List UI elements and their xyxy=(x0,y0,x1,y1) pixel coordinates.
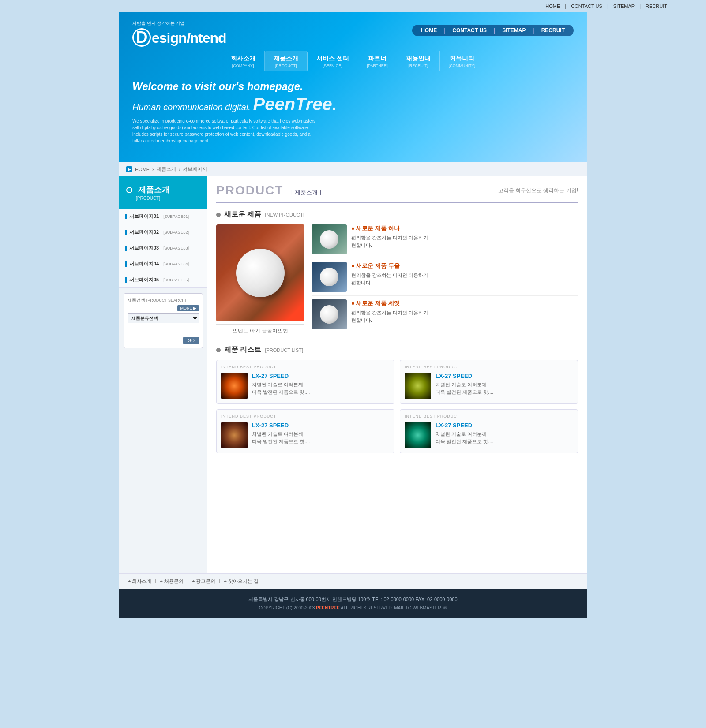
nav-partner[interactable]: 파트너 [PARTNER] xyxy=(358,51,397,71)
main-product-caption: 인텐드 아기 곰돌이인형 xyxy=(216,324,304,335)
footer-brand: PEENTREE xyxy=(316,605,340,610)
top-nav-recruit[interactable]: RECRUIT xyxy=(646,4,667,9)
product-card-3[interactable]: INTEND BEST PRODUCT LX-27 SPEED 차별된 기술로 … xyxy=(216,409,394,453)
bar-icon xyxy=(125,277,127,283)
sidebar: 제품소개 [PRODUCT] 서브페이지01 [SUBPAGE01] 서브페이지… xyxy=(119,176,207,573)
product-thumb-2 xyxy=(312,262,347,292)
card-label-3: INTEND BEST PRODUCT xyxy=(221,414,390,418)
product-page-right-text: 고객을 최우선으로 생각하는 기업! xyxy=(498,187,578,194)
product-list-grid: INTEND BEST PRODUCT LX-27 SPEED 차별된 기술로 … xyxy=(216,360,578,453)
card-thumb-1 xyxy=(221,373,248,399)
new-product-item-3: ● 새로운 제품 세엣 편리함을 강조하는 디자인 이용하기편합니다. xyxy=(312,299,578,333)
logo-d: D xyxy=(132,28,151,47)
header-nav-top: HOME | CONTACT US | SITEMAP | RECRUIT xyxy=(412,25,574,36)
card-desc-4: 차별된 기술로 여러분께더욱 발전된 제품으로 핫.... xyxy=(436,430,493,445)
sidebar-title-kr: 제품소개 xyxy=(138,185,170,194)
go-button[interactable]: GO xyxy=(183,337,199,344)
header-nav-contact[interactable]: CONTACT US xyxy=(452,27,487,34)
breadcrumb-home: HOME xyxy=(135,167,150,172)
section-dot xyxy=(216,213,221,217)
item-title-2: ● 새로운 제품 두울 xyxy=(351,262,428,270)
top-nav-contact[interactable]: CONTACT US xyxy=(571,4,602,9)
bar-icon xyxy=(125,230,127,235)
new-product-item-2: ● 새로운 제품 두울 편리함을 강조하는 디자인 이용하기편합니다. xyxy=(312,262,578,296)
nav-product[interactable]: 제품소개 [PRODUCT] xyxy=(265,51,308,71)
product-page-title: PRODUCT ㅣ제품소개ㅣ xyxy=(216,183,323,198)
site-footer: + 회사소개 ㅣ + 채용문의 ㅣ + 광고문의 ㅣ + 찾아오시는 길 서울특… xyxy=(119,573,587,618)
breadcrumb-parent: 제품소개 xyxy=(157,166,176,172)
sidebar-search: 제품검색 [PRODUCT SEARCH] MORE ▶ 제품분류선택 GO xyxy=(124,293,203,348)
item-desc-2: 편리함을 강조하는 디자인 이용하기편합니다. xyxy=(351,272,428,286)
new-products-header: 새로운 제품 [NEW PRODUCT] xyxy=(216,210,578,219)
top-nav-home[interactable]: HOME xyxy=(545,4,560,9)
header-top: 사람을 먼저 생각하는 기업 DesignIntend HOME | CONTA… xyxy=(119,12,587,47)
breadcrumb-current: 서브페이지 xyxy=(183,166,207,172)
product-card-1[interactable]: INTEND BEST PRODUCT LX-27 SPEED 차별된 기술로 … xyxy=(216,360,394,404)
header-nav-sitemap[interactable]: SITEMAP xyxy=(502,27,526,34)
card-thumb-3 xyxy=(221,422,248,448)
logo-area: 사람을 먼저 생각하는 기업 DesignIntend xyxy=(132,20,226,47)
main-nav: 회사소개 [COMPANY] 제품소개 [PRODUCT] 서비스 센터 [SE… xyxy=(119,51,587,71)
sidebar-item-subpage03[interactable]: 서브페이지03 [SUBPAGE03] xyxy=(119,240,207,256)
footer-link-recruit[interactable]: + 채용문의 xyxy=(160,578,183,585)
card-title-4: LX-27 SPEED xyxy=(436,422,493,429)
sidebar-item-subpage04[interactable]: 서브페이지04 [SUBPAGE04] xyxy=(119,256,207,272)
new-product-list: ● 새로운 제품 하나 편리함을 강조하는 디자인 이용하기편합니다. xyxy=(312,224,578,335)
nav-service[interactable]: 서비스 센터 [SERVICE] xyxy=(308,51,358,71)
nav-recruit[interactable]: 채용안내 [RECRUIT] xyxy=(397,51,440,71)
card-label-1: INTEND BEST PRODUCT xyxy=(221,365,390,369)
site-wrapper: 사람을 먼저 생각하는 기업 DesignIntend HOME | CONTA… xyxy=(119,12,587,618)
product-thumb-3 xyxy=(312,299,347,329)
hero-desc: We specialize in producing e-commerce so… xyxy=(132,118,318,144)
hero-sub: Human communication digital. PeenTree. xyxy=(132,94,574,114)
sidebar-item-subpage02[interactable]: 서브페이지02 [SUBPAGE02] xyxy=(119,224,207,240)
footer-address: 서울특별시 강남구 신사동 000-00번지 인텐드빌딩 100호 TEL: 0… xyxy=(125,595,581,604)
item-title-3: ● 새로운 제품 세엣 xyxy=(351,299,428,307)
item-desc-3: 편리함을 강조하는 디자인 이용하기편합니다. xyxy=(351,309,428,324)
content-breadcrumb: ▶ HOME › 제품소개 › 서브페이지 xyxy=(119,162,587,176)
nav-community[interactable]: 커뮤니티 [COMMUNITY] xyxy=(440,51,484,71)
card-label-4: INTEND BEST PRODUCT xyxy=(405,414,573,418)
product-card-4[interactable]: INTEND BEST PRODUCT LX-27 SPEED 차별된 기술로 … xyxy=(400,409,578,453)
category-select[interactable]: 제품분류선택 xyxy=(128,313,199,323)
section-dot-2 xyxy=(216,348,221,352)
hero-text: Welcome to visit our's homepage. Human c… xyxy=(119,71,587,144)
header-circle-icon xyxy=(126,187,132,193)
footer-link-company[interactable]: + 회사소개 xyxy=(128,578,151,585)
top-nav-bar: HOME | CONTACT US | SITEMAP | RECRUIT xyxy=(0,0,706,12)
sidebar-item-subpage01[interactable]: 서브페이지01 [SUBPAGE01] xyxy=(119,209,207,224)
main-product-image xyxy=(216,224,304,321)
footer-link-directions[interactable]: + 찾아오시는 길 xyxy=(224,578,259,585)
footer-link-advertise[interactable]: + 광고문의 xyxy=(192,578,215,585)
product-page-header: PRODUCT ㅣ제품소개ㅣ 고객을 최우선으로 생각하는 기업! xyxy=(216,183,578,203)
footer-links: + 회사소개 ㅣ + 채용문의 ㅣ + 광고문의 ㅣ + 찾아오시는 길 xyxy=(119,574,587,589)
more-button[interactable]: MORE ▶ xyxy=(177,305,199,311)
top-nav-sitemap[interactable]: SITEMAP xyxy=(613,4,635,9)
bar-icon xyxy=(125,246,127,251)
card-desc-2: 차별된 기술로 여러분께더욱 발전된 제품으로 핫.... xyxy=(436,381,493,396)
card-thumb-4 xyxy=(405,422,431,448)
header-nav-recruit[interactable]: RECRUIT xyxy=(541,27,565,34)
content-area: 제품소개 [PRODUCT] 서브페이지01 [SUBPAGE01] 서브페이지… xyxy=(119,176,587,573)
new-products-container: 인텐드 아기 곰돌이인형 ● 새로운 제품 하나 xyxy=(216,224,578,335)
card-title-3: LX-27 SPEED xyxy=(252,422,310,429)
product-card-2[interactable]: INTEND BEST PRODUCT LX-27 SPEED 차별된 기술로 … xyxy=(400,360,578,404)
main-content-inner: PRODUCT ㅣ제품소개ㅣ 고객을 최우선으로 생각하는 기업! 새로운 제품… xyxy=(207,176,587,460)
footer-copyright: COPYRIGHT (C) 2000-2003 PEENTREE ALL RIG… xyxy=(125,604,581,612)
nav-company[interactable]: 회사소개 [COMPANY] xyxy=(222,51,265,71)
card-title-1: LX-27 SPEED xyxy=(252,373,310,379)
header-nav-home[interactable]: HOME xyxy=(421,27,437,34)
sidebar-product-header: 제품소개 [PRODUCT] xyxy=(119,176,207,209)
product-thumb-1 xyxy=(312,224,347,254)
bar-icon xyxy=(125,261,127,267)
card-thumb-2 xyxy=(405,373,431,399)
card-title-2: LX-27 SPEED xyxy=(436,373,493,379)
card-desc-1: 차별된 기술로 여러분께더욱 발전된 제품으로 핫.... xyxy=(252,381,310,396)
card-label-2: INTEND BEST PRODUCT xyxy=(405,365,573,369)
search-input[interactable] xyxy=(128,326,199,335)
hero-welcome: Welcome to visit our's homepage. xyxy=(132,80,574,93)
search-label: 제품검색 [PRODUCT SEARCH] xyxy=(128,297,199,303)
sidebar-item-subpage05[interactable]: 서브페이지05 [SUBPAGE05] xyxy=(119,272,207,288)
logo-tagline: 사람을 먼저 생각하는 기업 xyxy=(132,20,226,26)
main-content: PRODUCT ㅣ제품소개ㅣ 고객을 최우선으로 생각하는 기업! 새로운 제품… xyxy=(207,176,587,573)
